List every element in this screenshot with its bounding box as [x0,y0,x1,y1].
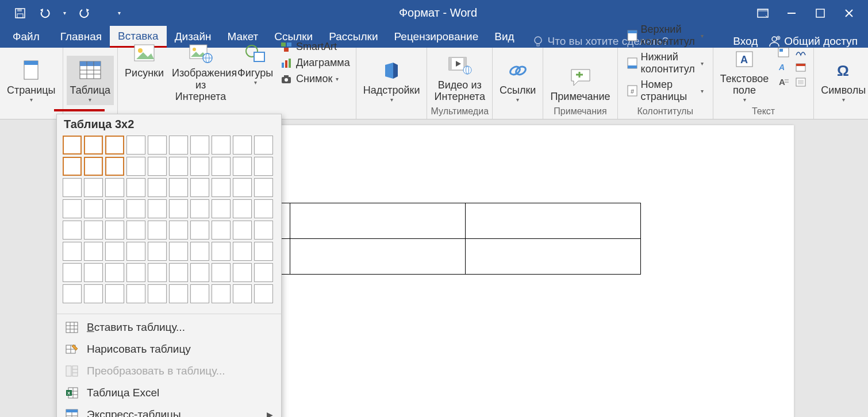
addins-button[interactable]: Надстройки ▾ [360,56,424,105]
minimize-icon[interactable] [784,6,799,21]
grid-cell[interactable] [212,199,231,218]
grid-cell[interactable] [254,157,273,176]
grid-cell[interactable] [190,199,209,218]
grid-cell[interactable] [84,284,103,303]
grid-cell[interactable] [148,157,167,176]
table-button[interactable]: Таблица ▾ [67,56,114,105]
grid-cell[interactable] [63,221,82,240]
maximize-icon[interactable] [813,6,828,21]
grid-cell[interactable] [190,242,209,261]
grid-cell[interactable] [105,284,124,303]
grid-cell[interactable] [63,199,82,218]
grid-cell[interactable] [254,178,273,197]
object-button[interactable] [794,76,808,88]
smartart-button[interactable]: SmartArt [278,40,352,55]
qat-customize-icon[interactable]: ▾ [118,10,121,16]
wordart-button[interactable]: A [777,61,790,73]
grid-cell[interactable] [105,221,124,240]
grid-cell[interactable] [84,178,103,197]
draw-table-menuitem[interactable]: Нарисовать таблицу [57,338,281,360]
tab-file[interactable]: Файл [0,26,52,48]
textbox-button[interactable]: A Текстовое поле ▾ [717,44,773,105]
grid-cell[interactable] [169,221,188,240]
grid-cell[interactable] [148,242,167,261]
close-icon[interactable] [842,6,857,21]
footer-button[interactable]: Нижний колонтитул ▾ [625,50,706,76]
grid-cell[interactable] [233,242,252,261]
insert-table-menuitem[interactable]: Вставить таблицу... [57,316,281,338]
grid-cell[interactable] [212,221,231,240]
grid-cell[interactable] [233,284,252,303]
datetime-button[interactable] [794,61,808,73]
grid-cell[interactable] [105,136,124,155]
grid-cell[interactable] [63,157,82,176]
chart-button[interactable]: Диаграмма [278,56,352,71]
grid-cell[interactable] [254,199,273,218]
quick-tables-menuitem[interactable]: Экспресс-таблицы ▶ [57,404,281,417]
table-size-grid[interactable] [57,136,281,311]
grid-cell[interactable] [63,136,82,155]
grid-cell[interactable] [63,242,82,261]
grid-cell[interactable] [190,221,209,240]
grid-cell[interactable] [148,221,167,240]
online-video-button[interactable]: Видео из Интернета [431,51,489,105]
grid-cell[interactable] [84,157,103,176]
grid-cell[interactable] [233,157,252,176]
header-button[interactable]: Верхний колонтитул ▾ [625,22,706,49]
grid-cell[interactable] [84,136,103,155]
grid-cell[interactable] [233,199,252,218]
pages-button[interactable]: Страницы ▾ [3,56,59,105]
tab-review[interactable]: Рецензирование [386,26,487,48]
grid-cell[interactable] [233,221,252,240]
grid-cell[interactable] [126,178,145,197]
grid-cell[interactable] [212,136,231,155]
grid-cell[interactable] [212,284,231,303]
undo-icon[interactable] [38,6,53,21]
redo-icon[interactable] [76,6,91,21]
grid-cell[interactable] [254,242,273,261]
grid-cell[interactable] [148,136,167,155]
pictures-button[interactable]: Рисунки [121,38,167,82]
page-number-button[interactable]: # Номер страницы ▾ [625,78,706,104]
grid-cell[interactable] [84,221,103,240]
symbols-button[interactable]: Ω Символы ▾ [817,56,868,105]
grid-cell[interactable] [169,284,188,303]
grid-cell[interactable] [169,263,188,282]
grid-cell[interactable] [105,263,124,282]
grid-cell[interactable] [126,284,145,303]
grid-cell[interactable] [84,242,103,261]
signature-button[interactable] [794,47,808,58]
grid-cell[interactable] [148,284,167,303]
comment-button[interactable]: Примечание [547,62,613,105]
grid-cell[interactable] [126,157,145,176]
grid-cell[interactable] [126,221,145,240]
grid-cell[interactable] [190,157,209,176]
undo-dropdown-icon[interactable]: ▾ [63,10,66,16]
grid-cell[interactable] [148,199,167,218]
grid-cell[interactable] [212,178,231,197]
grid-cell[interactable] [148,178,167,197]
grid-cell[interactable] [63,263,82,282]
grid-cell[interactable] [190,284,209,303]
grid-cell[interactable] [254,263,273,282]
grid-cell[interactable] [254,136,273,155]
grid-cell[interactable] [148,263,167,282]
grid-cell[interactable] [190,136,209,155]
grid-cell[interactable] [84,263,103,282]
grid-cell[interactable] [169,157,188,176]
shapes-button[interactable]: Фигуры ▾ [234,38,276,88]
grid-cell[interactable] [254,221,273,240]
grid-cell[interactable] [126,136,145,155]
grid-cell[interactable] [105,242,124,261]
grid-cell[interactable] [63,178,82,197]
ribbon-display-options-icon[interactable] [755,6,770,21]
grid-cell[interactable] [105,157,124,176]
online-pictures-button[interactable]: Изображения из Интернета [168,38,233,105]
grid-cell[interactable] [212,263,231,282]
grid-cell[interactable] [63,284,82,303]
screenshot-button[interactable]: Снимок ▾ [278,72,352,87]
links-button[interactable]: Ссылки ▾ [496,56,539,105]
excel-table-menuitem[interactable]: X Таблица Excel [57,382,281,404]
grid-cell[interactable] [126,199,145,218]
save-icon[interactable] [13,6,28,21]
